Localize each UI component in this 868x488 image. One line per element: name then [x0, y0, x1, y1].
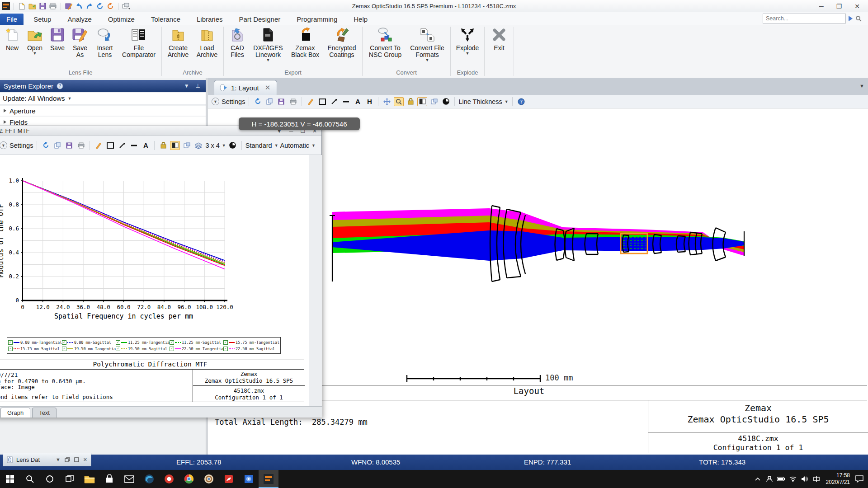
ime-language-icon[interactable] [811, 470, 822, 488]
taskbar-search-icon[interactable] [20, 470, 40, 488]
invert-background-icon[interactable] [417, 97, 427, 106]
cad-files-button[interactable]: CAD Files [226, 25, 249, 58]
pdf-reader-icon[interactable] [219, 470, 239, 488]
save-icon[interactable] [38, 2, 47, 10]
taskbar-clock[interactable]: 17:58 2020/7/21 [822, 472, 854, 486]
rectangle-annotate-icon[interactable] [317, 97, 327, 106]
battery-icon[interactable] [775, 470, 787, 488]
open-button[interactable]: Open ▼ [24, 25, 46, 55]
tab-text[interactable]: Text [32, 408, 57, 418]
search-icon[interactable] [855, 15, 862, 22]
help-icon[interactable]: ? [57, 83, 63, 89]
close-button[interactable]: ✕ [854, 3, 860, 10]
people-icon[interactable] [764, 470, 775, 488]
legend-checkbox-icon[interactable]: ✓ [116, 347, 120, 351]
text-annotate-icon[interactable]: A [353, 97, 363, 106]
arrow-annotate-icon[interactable] [329, 97, 339, 106]
legend-checkbox-icon[interactable]: ✓ [170, 347, 174, 351]
lens-data-window-titlebar[interactable]: Lens Dat ▼ ✕ [3, 453, 91, 466]
zoom-icon[interactable] [394, 97, 404, 106]
search-run-icon[interactable] [849, 16, 853, 21]
lock-icon[interactable] [406, 97, 415, 106]
search-input[interactable] [763, 14, 846, 23]
legend-checkbox-icon[interactable]: ✓ [62, 347, 66, 351]
legend-entry[interactable]: ✓11.25 mm-Sagittal [170, 339, 223, 346]
chevron-down-icon[interactable]: ▼ [184, 83, 189, 89]
legend-checkbox-icon[interactable]: ✓ [170, 340, 174, 345]
settings-button[interactable]: ▼ Settings [0, 141, 33, 149]
expand-triangle-icon[interactable] [4, 109, 6, 113]
encrypted-coatings-button[interactable]: Encrypted Coatings [324, 25, 360, 58]
legend-checkbox-icon[interactable]: ✓ [116, 340, 120, 345]
save-as-icon[interactable] [65, 2, 73, 10]
refresh-icon[interactable] [96, 2, 104, 10]
minimize-button[interactable]: ─ [819, 3, 824, 10]
copy-icon[interactable] [264, 97, 274, 106]
maximize-button[interactable] [74, 457, 79, 462]
new-button[interactable]: New [2, 25, 23, 52]
print-icon[interactable] [288, 97, 298, 106]
tab-libraries[interactable]: Libraries [190, 14, 229, 25]
start-button[interactable] [0, 470, 20, 488]
legend-checkbox-icon[interactable]: ✓ [8, 340, 13, 345]
restore-icon[interactable] [65, 457, 70, 462]
pan-icon[interactable] [382, 97, 392, 106]
dxf-iges-linework-button[interactable]: DXF/IGES Linework ▼ [250, 25, 287, 62]
layers-icon[interactable] [193, 141, 203, 150]
file-explorer-icon[interactable] [80, 470, 99, 488]
undo-icon[interactable] [75, 2, 83, 10]
line-annotate-icon[interactable] [341, 97, 351, 106]
explode-button[interactable]: Explode ▼ [453, 25, 482, 55]
tab-help[interactable]: Help [347, 14, 374, 25]
wifi-icon[interactable] [787, 470, 799, 488]
new-file-icon[interactable] [18, 2, 26, 10]
insert-lens-button[interactable]: Insert Lens [92, 25, 118, 58]
update-all-windows-control[interactable]: Update: All Windows ▼ [0, 93, 206, 104]
maximize-button[interactable]: ❐ [836, 3, 842, 10]
volume-icon[interactable] [799, 470, 811, 488]
microsoft-store-icon[interactable] [99, 470, 119, 488]
convert-file-formats-button[interactable]: Convert File Formats ▼ [406, 25, 448, 62]
cortana-icon[interactable] [40, 470, 60, 488]
help-icon[interactable]: ? [516, 97, 526, 106]
chevron-down-icon[interactable]: ▼ [56, 457, 61, 462]
legend-checkbox-icon[interactable]: ✓ [8, 347, 13, 351]
auto-update-clock-icon[interactable] [228, 141, 238, 150]
auto-update-clock-icon[interactable] [441, 97, 451, 106]
zemax-app-icon[interactable] [259, 470, 278, 488]
automatic-dropdown[interactable]: Automatic ▼ [280, 142, 316, 149]
standard-dropdown[interactable]: Standard ▼ [245, 142, 278, 149]
tray-expand-chevron-icon[interactable] [752, 470, 764, 488]
tree-item-aperture[interactable]: Aperture [0, 106, 206, 116]
pin-icon[interactable]: ⊥ [196, 83, 200, 89]
save-icon[interactable] [276, 97, 286, 106]
edge-browser-icon[interactable] [139, 470, 159, 488]
tab-programming[interactable]: Programming [290, 14, 344, 25]
task-view-icon[interactable] [60, 470, 80, 488]
print-icon[interactable] [49, 2, 57, 10]
action-center-icon[interactable] [854, 470, 865, 488]
tab-file[interactable]: File [0, 14, 24, 25]
mail-icon[interactable] [119, 470, 139, 488]
legend-entry[interactable]: ✓22.50 mm-Tangential [170, 346, 223, 352]
camera-app-icon[interactable] [199, 470, 219, 488]
legend-checkbox-icon[interactable]: ✓ [223, 347, 228, 351]
system-explorer-header[interactable]: System Explorer ? ▼ ⊥ [0, 80, 206, 92]
refresh-icon[interactable] [41, 141, 51, 150]
refresh-icon[interactable] [253, 97, 263, 106]
legend-entry[interactable]: ✓0.00 mm-Tangential [8, 339, 62, 346]
window-cascade-icon[interactable] [122, 2, 130, 10]
mtf-graph-page[interactable]: 012.024.036.048.060.072.084.096.0108.012… [0, 155, 309, 406]
copy-icon[interactable] [52, 141, 62, 150]
create-archive-button[interactable]: Create Archive [164, 25, 192, 58]
save-icon[interactable] [64, 141, 74, 150]
save-as-button[interactable]: Save As [69, 25, 91, 58]
settings-button[interactable]: ▼ Settings [212, 98, 245, 105]
legend-entry[interactable]: ✓19.50 mm-Sagittal [116, 346, 170, 352]
grid-layout-dropdown[interactable]: 3 x 4 ▼ [205, 142, 226, 149]
legend-entry[interactable]: ✓15.75 mm-Tangential [223, 339, 277, 346]
exit-button[interactable]: Exit [487, 25, 511, 52]
tab-part-designer[interactable]: Part Designer [233, 14, 287, 25]
invert-background-icon[interactable] [170, 141, 180, 150]
tab-optimize[interactable]: Optimize [102, 14, 141, 25]
